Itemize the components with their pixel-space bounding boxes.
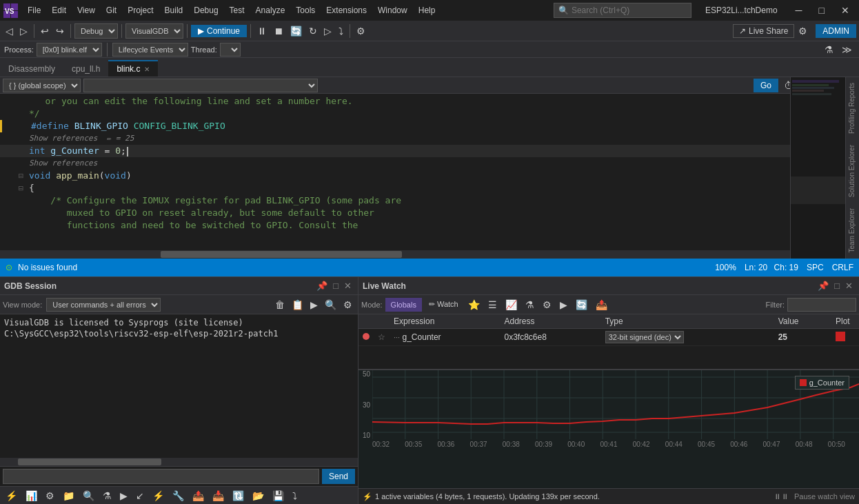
- toolbar-forward-btn[interactable]: ▷: [17, 24, 30, 38]
- visualgdb-dropdown[interactable]: VisualGDB: [125, 23, 183, 39]
- profiling-reports-btn[interactable]: Profiling Reports: [846, 77, 859, 139]
- menu-extensions[interactable]: Extensions: [321, 3, 372, 18]
- admin-button[interactable]: ADMIN: [816, 24, 856, 38]
- encoding: SPC: [807, 263, 824, 272]
- gdb-icon-11[interactable]: 📤: [190, 489, 207, 503]
- lifecycle-dropdown[interactable]: Lifecycle Events: [112, 43, 188, 57]
- menu-file[interactable]: File: [22, 3, 46, 18]
- minimize-button[interactable]: ─: [789, 2, 809, 19]
- menu-tools[interactable]: Tools: [290, 3, 321, 18]
- filter-input[interactable]: [787, 298, 856, 312]
- gdb-mode-select[interactable]: User commands + all errors: [46, 298, 161, 312]
- gdb-send-button[interactable]: Send: [322, 469, 355, 484]
- live-share-button[interactable]: ↗ Live Share: [733, 24, 794, 38]
- search-input[interactable]: [572, 6, 675, 15]
- editor-scrollbar-h[interactable]: [0, 250, 804, 259]
- menu-project[interactable]: Project: [122, 3, 159, 18]
- pause-watch-btn[interactable]: ⏸⏸: [771, 491, 791, 502]
- tab-blink-c[interactable]: blink.c ✕: [108, 60, 158, 77]
- gdb-icon-9[interactable]: ⚡: [150, 489, 167, 503]
- watch-expand-btn[interactable]: □: [832, 280, 842, 292]
- gdb-icon-3[interactable]: ⚙: [43, 489, 57, 503]
- tab-close-icon[interactable]: ✕: [144, 65, 150, 73]
- gdb-search-btn[interactable]: 🔍: [322, 298, 339, 312]
- watch-play-btn[interactable]: ▶: [557, 298, 570, 312]
- gdb-icon-16[interactable]: ⤵: [290, 489, 300, 503]
- menu-build[interactable]: Build: [159, 3, 189, 18]
- gdb-icon-14[interactable]: 📂: [250, 489, 267, 503]
- solution-explorer-btn[interactable]: Solution Explorer: [846, 139, 859, 203]
- globals-button[interactable]: Globals: [385, 298, 422, 312]
- type-select[interactable]: 32-bit signed (dec): [605, 331, 684, 343]
- watch-list-btn[interactable]: ☰: [485, 298, 500, 312]
- gdb-icon-10[interactable]: 🔧: [170, 489, 187, 503]
- gdb-input[interactable]: [3, 469, 319, 484]
- toolbar-redo-btn[interactable]: ↪: [53, 24, 67, 38]
- team-explorer-btn[interactable]: Team Explorer: [846, 203, 859, 258]
- close-button[interactable]: ✕: [834, 2, 856, 19]
- toolbar-btn-b[interactable]: ⏹: [271, 24, 286, 38]
- gdb-clear-btn[interactable]: 🗑: [272, 298, 287, 312]
- toolbar-back-btn[interactable]: ◁: [3, 24, 16, 38]
- scope-dropdown-right[interactable]: [83, 79, 318, 92]
- menu-analyze[interactable]: Analyze: [250, 3, 291, 18]
- menu-help[interactable]: Help: [413, 3, 441, 18]
- watch-close-btn[interactable]: ✕: [843, 280, 855, 292]
- toolbar-btn-c[interactable]: 🔄: [287, 24, 305, 38]
- scope-dropdown-left[interactable]: { } (global scope): [3, 79, 81, 92]
- thread-dropdown[interactable]: [220, 43, 241, 57]
- code-line-brace1: ⊟ {: [0, 182, 859, 194]
- gdb-expand-btn[interactable]: □: [331, 280, 341, 292]
- watch-export-btn[interactable]: 📤: [593, 298, 610, 312]
- toolbar-btn-e[interactable]: ▷: [321, 24, 334, 38]
- process-dropdown[interactable]: [0x0] blink.elf: [37, 43, 102, 57]
- continue-button[interactable]: ▶ Continue: [191, 25, 247, 37]
- watch-settings-btn[interactable]: ⚙: [540, 298, 554, 312]
- menu-git[interactable]: Git: [101, 3, 122, 18]
- tab-cpu-ll[interactable]: cpu_ll.h: [63, 60, 108, 77]
- watch-refresh-btn[interactable]: 🔄: [573, 298, 590, 312]
- watch-filter-btn[interactable]: ⚗: [523, 298, 537, 312]
- gdb-icon-6[interactable]: ⚗: [100, 489, 114, 503]
- gdb-scrollbar-thumb[interactable]: [18, 458, 161, 465]
- menu-test[interactable]: Test: [224, 3, 250, 18]
- watch-star-btn[interactable]: ⭐: [465, 298, 483, 312]
- gdb-close-btn[interactable]: ✕: [342, 280, 354, 292]
- menu-debug[interactable]: Debug: [188, 3, 223, 18]
- gdb-pin-btn[interactable]: 📌: [314, 280, 330, 292]
- toolbar-settings-btn[interactable]: ⚙: [796, 24, 810, 38]
- toolbar-btn-a[interactable]: ⏸: [254, 24, 270, 38]
- toolbar-btn-f[interactable]: ⤵: [336, 24, 346, 38]
- watch-pin-btn[interactable]: 📌: [816, 280, 831, 292]
- status-left: ⊙ No issues found: [6, 263, 709, 272]
- watch-chart-btn[interactable]: 📈: [503, 298, 520, 312]
- debug-dropdown[interactable]: Debug: [74, 23, 118, 39]
- process-settings-btn[interactable]: ≫: [839, 43, 855, 57]
- gdb-settings-btn[interactable]: ⚙: [341, 298, 355, 312]
- gdb-icon-7[interactable]: ▶: [117, 489, 130, 503]
- gdb-scrollbar[interactable]: [0, 458, 358, 466]
- maximize-button[interactable]: □: [812, 2, 831, 19]
- toolbar-btn-g[interactable]: ⚙: [354, 24, 368, 38]
- watch-watch-btn[interactable]: ✏ Watch: [425, 299, 463, 310]
- menu-window[interactable]: Window: [372, 3, 413, 18]
- menu-view[interactable]: View: [72, 3, 101, 18]
- go-button[interactable]: Go: [754, 79, 778, 92]
- scrollbar-thumb[interactable]: [161, 251, 402, 258]
- gdb-icon-15[interactable]: 💾: [270, 489, 287, 503]
- gdb-icon-5[interactable]: 🔍: [80, 489, 97, 503]
- gdb-icon-2[interactable]: 📊: [23, 489, 40, 503]
- gdb-icon-1[interactable]: ⚡: [3, 489, 20, 503]
- gdb-copy-btn[interactable]: 📋: [289, 298, 306, 312]
- toolbar-btn-d[interactable]: ↻: [306, 24, 320, 38]
- tab-disassembly[interactable]: Disassembly: [0, 60, 63, 77]
- gdb-icon-13[interactable]: 🔃: [230, 489, 247, 503]
- gdb-icon-8[interactable]: ↙: [133, 489, 147, 503]
- gdb-icon-12[interactable]: 📥: [210, 489, 227, 503]
- gdb-icon-4[interactable]: 📁: [60, 489, 77, 503]
- menu-edit[interactable]: Edit: [46, 3, 72, 18]
- toolbar-undo-btn[interactable]: ↩: [38, 24, 52, 38]
- gdb-run-btn[interactable]: ▶: [307, 298, 321, 312]
- ln-ch: Ln: 20 Ch: 19: [745, 263, 798, 272]
- filter-icon-btn[interactable]: ⚗: [822, 43, 836, 57]
